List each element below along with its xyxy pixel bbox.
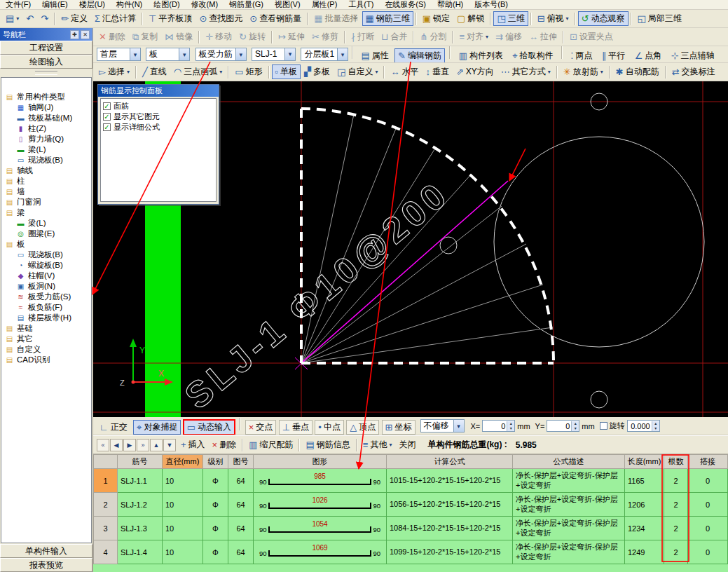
lock-button[interactable]: ▣ 锁定 [419, 11, 453, 26]
mirror-button[interactable]: ⋈ 镜像 [161, 29, 196, 44]
separator[interactable] [561, 46, 563, 59]
chevron-down-icon[interactable] [284, 48, 295, 60]
tree-item-slab-folder[interactable]: ▤ 板 [1, 239, 91, 250]
menu-item[interactable]: 楼层(U) [74, 0, 111, 9]
separator[interactable] [631, 13, 632, 25]
define-button[interactable]: ✏ 定义 [57, 11, 91, 26]
align-slab-top-button[interactable]: ⊤ 平齐板顶 [145, 11, 195, 26]
tree-item-column-folder[interactable]: ▤ 柱 [1, 176, 91, 186]
rectangle-button[interactable]: ▭ 矩形 [231, 64, 266, 79]
project-settings-button[interactable]: 工程设置 [0, 41, 92, 55]
menu-item[interactable]: 属性(P) [306, 0, 343, 9]
two-point-axis-button[interactable]: ⁚ 两点 [567, 48, 596, 63]
checkbox-checked-icon[interactable] [103, 123, 111, 131]
single-slab-button[interactable]: ▫ 单板 [272, 64, 301, 79]
xy-direction-button[interactable]: ⇗ XY方向 [453, 64, 497, 79]
header-shape-graphic[interactable]: 图形 [254, 455, 387, 469]
other-button[interactable]: ≡ 其他 ▾ [359, 437, 396, 452]
rotate-checkbox[interactable] [600, 422, 607, 430]
prev-record-button[interactable]: ◀ [110, 439, 123, 451]
first-record-button[interactable]: « [97, 439, 109, 451]
align-button[interactable]: ≡ 对齐 ▾ [455, 29, 492, 44]
rotate-button[interactable]: ↻ 旋转 [235, 29, 269, 44]
osnap-button[interactable]: ⌖ 对象捕捉 [133, 420, 181, 435]
rebar-3d-button[interactable]: ▦ 钢筋三维 [362, 11, 413, 26]
separator[interactable] [356, 439, 357, 451]
batch-select-button[interactable]: ▦ 批量选择 [310, 11, 362, 26]
element-type-combo[interactable]: 板 [146, 48, 190, 61]
tree-item-raft-foundation[interactable]: ▬ 筏板基础(M) [1, 113, 91, 123]
ortho-button[interactable]: ∟ 正交 [96, 420, 131, 435]
panel-title[interactable]: 钢筋显示控制面板 [98, 85, 219, 97]
menu-item[interactable]: 版本号(B) [469, 0, 514, 9]
tree-item-door-window-folder[interactable]: ▤ 门窗洞 [1, 197, 91, 207]
move-down-button[interactable]: ▼ [163, 439, 176, 451]
separator[interactable] [415, 13, 417, 25]
chevron-down-icon[interactable] [179, 48, 189, 60]
component-list-button[interactable]: ▥ 构件列表 [455, 48, 507, 63]
separator[interactable] [383, 66, 385, 79]
separator[interactable] [352, 46, 353, 59]
rebar-display-panel[interactable]: 钢筋显示控制面板 面筋 显示其它图元 [97, 84, 219, 205]
separator[interactable] [575, 13, 576, 25]
insert-row-button[interactable]: + 插入 [177, 437, 209, 452]
separator[interactable] [54, 13, 55, 25]
panel-checkbox-row[interactable]: 显示详细公式 [103, 122, 214, 132]
copy-button[interactable]: ⧉ 复制 [129, 29, 161, 44]
split-button[interactable]: ⋔ 分割 [416, 29, 450, 44]
tree-item-common-types[interactable]: ▤ 常用构件类型 [1, 92, 91, 102]
line-button[interactable]: ╱ 直线 [139, 64, 170, 79]
rebar-name-combo[interactable]: SLJ-1 [252, 48, 296, 61]
select-button[interactable]: ▻ 选择 ▾ [95, 64, 133, 79]
snap-midpoint-button[interactable]: • 中点 [315, 420, 344, 435]
next-record-button[interactable]: ▶ [123, 439, 136, 451]
separator[interactable] [449, 46, 451, 59]
header-diameter[interactable]: 直径(mm) [163, 455, 203, 469]
last-record-button[interactable]: » [137, 439, 149, 451]
separator[interactable] [609, 66, 610, 79]
summary-calc-button[interactable]: Σ 汇总计算 [91, 11, 139, 26]
header-length[interactable]: 长度(mm) [625, 455, 664, 469]
move-button[interactable]: ✛ 移动 [202, 29, 235, 44]
tree-item-foundation-folder[interactable]: ▤ 基础 [1, 323, 91, 334]
chevron-down-icon[interactable] [337, 48, 348, 60]
panel-checkbox-row[interactable]: 显示其它图元 [103, 111, 214, 122]
tree-item-wall-folder[interactable]: ▤ 墙 [1, 186, 91, 197]
rebar-type-combo[interactable]: 板受力筋 [195, 48, 247, 61]
tree-item-slab-negative-rebar[interactable]: ≈ 板负筋(F) [1, 302, 91, 313]
layer-combo[interactable]: 分层板1 [301, 48, 348, 61]
close-icon[interactable]: ✕ [81, 30, 90, 39]
erase-button[interactable]: ✕ 删除 [95, 29, 129, 44]
menu-item[interactable]: 文件(F) [0, 0, 36, 9]
header-lap[interactable]: 搭接 [688, 455, 728, 469]
table-row[interactable]: 1 SLJ-1.1 10 Φ 64 90 985 [94, 469, 728, 493]
x-input[interactable]: 0 ▴▾ [482, 420, 515, 432]
separator[interactable] [490, 13, 491, 25]
tree-item-other-folder[interactable]: ▤ 其它 [1, 334, 91, 344]
tree-item-ring-beam[interactable]: ◎ 圈梁(E) [1, 229, 91, 239]
tree-item-floor-slab-strip[interactable]: ▤ 楼层板带(H) [1, 313, 91, 323]
custom-range-button[interactable]: ◲ 自定义 ▾ [334, 64, 381, 79]
separator[interactable] [556, 66, 558, 79]
rotate-input[interactable]: 0.000 ▴▾ [627, 420, 660, 432]
snap-vertex-button[interactable]: △ 顶点 [346, 420, 379, 435]
tree-item-cad-folder[interactable]: ▤ CAD识别 [1, 355, 91, 365]
spinner-icon[interactable]: ▴▾ [571, 421, 579, 431]
tree-item-custom-folder[interactable]: ▤ 自定义 [1, 344, 91, 355]
table-row[interactable]: 2 SLJ-1.2 10 Φ 64 90 1026 [94, 493, 728, 517]
separator[interactable] [271, 31, 273, 43]
table-row[interactable]: 3 SLJ-1.3 10 Φ 64 90 1054 [94, 517, 728, 540]
single-component-input-button[interactable]: 单构件输入 [0, 544, 92, 558]
offset-mode-combo[interactable]: 不偏移 [420, 419, 465, 433]
separator[interactable] [563, 31, 564, 43]
snap-perpendicular-button[interactable]: ⊥ 垂点 [279, 420, 313, 435]
tree-item-shear-wall[interactable]: ▯ 剪力墙(Q) [1, 134, 91, 144]
menu-item[interactable]: 在线服务(S) [379, 0, 432, 9]
separator[interactable] [135, 66, 137, 79]
extend-button[interactable]: ↦ 延伸 [275, 29, 308, 44]
radial-rebar-button[interactable]: ✳ 放射筋 ▾ [560, 64, 607, 79]
grip-settings-button[interactable]: ⊡ 设置夹点 [566, 29, 617, 44]
menu-item[interactable]: 绘图(D) [148, 0, 185, 9]
chevron-down-icon[interactable] [235, 48, 246, 60]
header-calc-formula[interactable]: 计算公式 [387, 455, 513, 469]
